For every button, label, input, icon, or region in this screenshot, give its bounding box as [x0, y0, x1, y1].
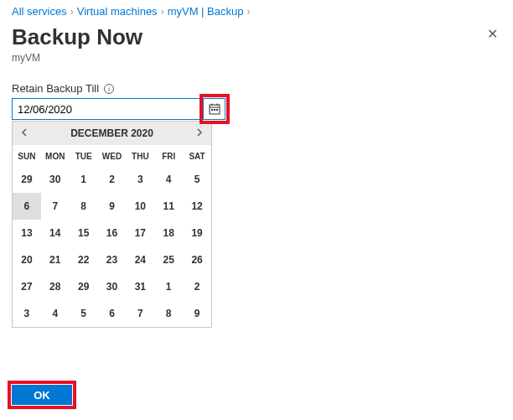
calendar-dow: SAT — [183, 145, 211, 166]
calendar-day[interactable]: 3 — [13, 300, 41, 327]
calendar-day[interactable]: 23 — [98, 246, 127, 273]
chevron-right-icon — [196, 128, 203, 137]
calendar-day[interactable]: 11 — [154, 193, 183, 220]
calendar-day[interactable]: 31 — [126, 273, 154, 300]
chevron-right-icon: › — [161, 6, 164, 18]
calendar-day[interactable]: 29 — [13, 166, 41, 193]
calendar-dow: SUN — [13, 145, 41, 166]
calendar-day[interactable]: 1 — [70, 166, 98, 193]
calendar-day[interactable]: 30 — [98, 273, 127, 300]
calendar-day[interactable]: 8 — [70, 193, 98, 220]
chevron-right-icon: › — [246, 6, 250, 18]
date-picker-calendar: DECEMBER 2020 SUNMONTUEWEDTHUFRISAT29301… — [12, 121, 212, 328]
calendar-day[interactable]: 6 — [13, 193, 41, 220]
calendar-day[interactable]: 6 — [98, 300, 127, 327]
calendar-day[interactable]: 2 — [98, 166, 127, 193]
calendar-day[interactable]: 12 — [183, 193, 211, 220]
calendar-day[interactable]: 16 — [98, 220, 127, 246]
calendar-day[interactable]: 4 — [154, 166, 183, 193]
calendar-day[interactable]: 5 — [70, 300, 98, 327]
calendar-day[interactable]: 5 — [183, 166, 211, 193]
calendar-dow: MON — [41, 145, 70, 166]
calendar-day[interactable]: 10 — [126, 193, 154, 220]
retain-backup-label: Retain Backup Till i — [12, 82, 501, 95]
calendar-prev-month[interactable] — [18, 126, 31, 141]
chevron-left-icon — [21, 128, 28, 137]
calendar-day[interactable]: 9 — [98, 193, 127, 220]
calendar-day[interactable]: 29 — [70, 273, 98, 300]
breadcrumb-item[interactable]: myVM | Backup — [168, 5, 244, 18]
breadcrumb-item[interactable]: All services — [12, 5, 67, 18]
svg-rect-2 — [211, 109, 213, 111]
calendar-dow: TUE — [70, 145, 98, 166]
calendar-day[interactable]: 2 — [183, 273, 211, 300]
calendar-month-label: DECEMBER 2020 — [70, 127, 153, 139]
calendar-day[interactable]: 7 — [41, 193, 70, 220]
page-subtitle: myVM — [12, 52, 501, 64]
calendar-dow: THU — [126, 145, 154, 166]
calendar-day[interactable]: 25 — [154, 246, 183, 273]
chevron-right-icon: › — [70, 6, 74, 18]
calendar-day[interactable]: 19 — [183, 220, 211, 246]
calendar-picker-button[interactable] — [204, 98, 225, 120]
info-icon[interactable]: i — [104, 84, 114, 94]
calendar-day[interactable]: 24 — [126, 246, 154, 273]
svg-rect-4 — [216, 109, 218, 111]
calendar-day[interactable]: 14 — [41, 220, 70, 246]
calendar-day[interactable]: 26 — [183, 246, 211, 273]
calendar-day[interactable]: 28 — [41, 273, 70, 300]
calendar-icon — [209, 103, 220, 115]
calendar-day[interactable]: 1 — [154, 273, 183, 300]
calendar-dow: WED — [98, 145, 127, 166]
calendar-day[interactable]: 15 — [70, 220, 98, 246]
calendar-next-month[interactable] — [193, 126, 206, 141]
calendar-day[interactable]: 17 — [126, 220, 154, 246]
calendar-day[interactable]: 21 — [41, 246, 70, 273]
calendar-day[interactable]: 30 — [41, 166, 70, 193]
close-icon[interactable]: ✕ — [484, 24, 501, 44]
calendar-day[interactable]: 4 — [41, 300, 70, 327]
calendar-day[interactable]: 7 — [126, 300, 154, 327]
page-title: Backup Now — [12, 24, 142, 50]
calendar-day[interactable]: 27 — [13, 273, 41, 300]
calendar-day[interactable]: 3 — [126, 166, 154, 193]
calendar-day[interactable]: 20 — [13, 246, 41, 273]
retain-backup-date-input[interactable] — [12, 98, 204, 120]
calendar-day[interactable]: 18 — [154, 220, 183, 246]
calendar-day[interactable]: 22 — [70, 246, 98, 273]
breadcrumb: All services › Virtual machines › myVM |… — [12, 5, 501, 18]
calendar-day[interactable]: 9 — [183, 300, 211, 327]
svg-rect-3 — [214, 109, 215, 111]
breadcrumb-item[interactable]: Virtual machines — [77, 5, 158, 18]
calendar-dow: FRI — [154, 145, 183, 166]
ok-button[interactable]: OK — [12, 385, 72, 405]
calendar-day[interactable]: 8 — [154, 300, 183, 327]
calendar-day[interactable]: 13 — [13, 220, 41, 246]
